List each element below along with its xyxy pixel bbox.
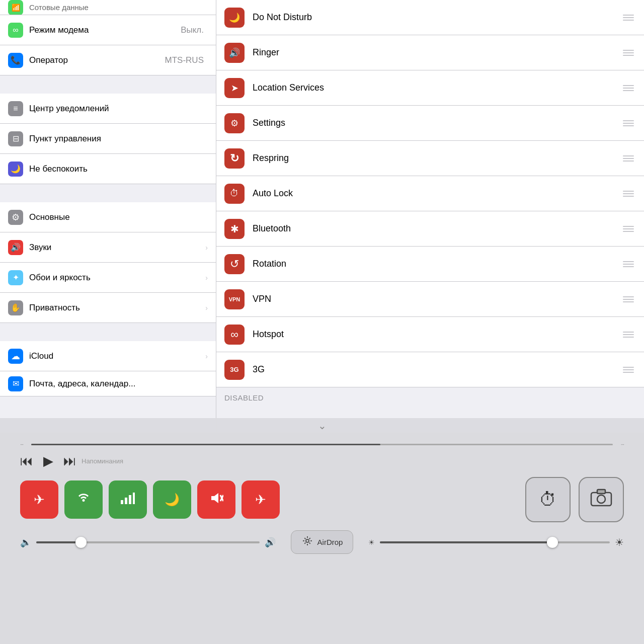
activator-ringer-handle (621, 48, 636, 58)
activator-item-hotspot[interactable]: ∞ Hotspot (216, 317, 644, 352)
partial-cellular: 📶 Сотовые данные (0, 0, 216, 15)
general-icon: ⚙ (8, 210, 23, 225)
quick-buttons: ⏱ (525, 477, 624, 522)
airdrop-icon (301, 535, 313, 549)
wifi-icon (76, 491, 91, 509)
activator-respring-handle (621, 153, 636, 164)
settings-item-notifications[interactable]: ≡ Центр уведомлений (0, 94, 216, 124)
cellular-toggle[interactable] (109, 480, 147, 519)
dnd-moon-icon: 🌙 (165, 493, 180, 507)
settings-item-operator[interactable]: 📞 Оператор MTS-RUS (0, 45, 216, 75)
airdrop-button[interactable]: AirDrop (291, 530, 354, 554)
dnd-label: Не беспокоить (29, 164, 208, 174)
settings-item-mail[interactable]: ✉ Почта, адреса, календар... (0, 371, 216, 396)
wifi-toggle[interactable] (64, 480, 103, 519)
main-area: 📶 Сотовые данные ∞ Режим модема Выкл. 📞 … (0, 0, 644, 433)
settings-item-privacy[interactable]: ✋ Приватность › (0, 293, 216, 323)
general-label: Основные (29, 212, 208, 222)
icloud-icon: ☁ (8, 349, 23, 364)
activator-settings-label: Settings (253, 118, 621, 128)
activator-item-location[interactable]: ➤ Location Services (216, 70, 644, 106)
airplane2-toggle[interactable]: ✈ (242, 480, 280, 519)
sounds-icon: 🔊 (8, 240, 23, 255)
activator-item-bluetooth[interactable]: ✱ Bluetooth (216, 211, 644, 247)
activator-rotation-label: Rotation (253, 259, 621, 269)
activator-autolock-handle (621, 189, 636, 199)
volume-slider-group: 🔈 🔊 (20, 537, 276, 548)
camera-button[interactable] (579, 477, 624, 522)
activator-location-label: Location Services (253, 83, 621, 93)
activator-dnd-label: Do Not Disturb (253, 12, 621, 23)
activator-settings-icon: ⚙ (224, 113, 245, 133)
privacy-arrow: › (205, 304, 208, 312)
notifications-label: Центр уведомлений (29, 104, 208, 114)
activator-location-icon: ➤ (224, 78, 245, 98)
settings-item-modem[interactable]: ∞ Режим модема Выкл. (0, 15, 216, 45)
forward-button[interactable]: ⏭ (63, 453, 76, 469)
svg-point-10 (306, 539, 309, 542)
separator-1 (0, 75, 216, 94)
modem-label: Режим модема (29, 25, 181, 35)
mute-icon (209, 491, 223, 509)
brightness-thumb[interactable] (547, 537, 558, 548)
timer-button[interactable]: ⏱ (525, 477, 571, 522)
activator-bluetooth-icon: ✱ (224, 219, 245, 239)
svg-rect-2 (129, 495, 131, 504)
control-icon: ⊟ (8, 131, 23, 146)
timer-icon: ⏱ (539, 489, 557, 510)
progress-track[interactable] (31, 444, 613, 445)
volume-track[interactable] (36, 541, 260, 543)
activator-autolock-label: Auto Lock (253, 188, 621, 199)
airplane-toggle[interactable]: ✈ (20, 480, 58, 519)
mute-toggle[interactable] (197, 480, 235, 519)
modem-icon: ∞ (8, 23, 23, 38)
disabled-label: DISABLED (216, 388, 272, 407)
operator-icon: 📞 (8, 53, 23, 68)
svg-rect-1 (125, 498, 127, 504)
svg-rect-9 (597, 490, 605, 494)
transport-row: ⏮ ▶ ⏭ Напоминания (0, 451, 644, 473)
settings-item-control[interactable]: ⊟ Пункт управления (0, 124, 216, 154)
settings-item-sounds[interactable]: 🔊 Звуки › (0, 232, 216, 263)
activator-item-vpn[interactable]: VPN VPN (216, 282, 644, 317)
play-button[interactable]: ▶ (43, 453, 53, 469)
activator-item-dnd[interactable]: 🌙 Do Not Disturb (216, 0, 644, 35)
operator-label: Оператор (29, 55, 165, 65)
chevron-bar[interactable]: ⌄ (0, 418, 644, 433)
activator-item-3g[interactable]: 3G 3G (216, 352, 644, 387)
brightness-min-icon: ☀ (368, 538, 375, 546)
activator-respring-icon: ↻ (224, 148, 245, 169)
activator-item-rotation[interactable]: ↺ Rotation (216, 247, 644, 282)
sliders-row: 🔈 🔊 AirDrop ☀ (0, 526, 644, 558)
disabled-section: DISABLED (216, 387, 644, 408)
volume-fill (36, 541, 81, 543)
activator-item-autolock[interactable]: ⏱ Auto Lock (216, 176, 644, 211)
settings-item-icloud[interactable]: ☁ iCloud › (0, 341, 216, 371)
brightness-track[interactable] (380, 541, 610, 543)
progress-fill (31, 444, 380, 445)
settings-item-general[interactable]: ⚙ Основные (0, 202, 216, 232)
activator-ringer-label: Ringer (253, 47, 621, 58)
activator-item-respring[interactable]: ↻ Respring (216, 141, 644, 176)
activator-hotspot-label: Hotspot (253, 329, 621, 340)
privacy-label: Приватность (29, 303, 205, 313)
activator-rotation-icon: ↺ (224, 254, 245, 274)
activator-item-ringer[interactable]: 🔊 Ringer (216, 35, 644, 70)
sounds-arrow: › (205, 244, 208, 252)
settings-item-dnd[interactable]: 🌙 Не беспокоить (0, 154, 216, 184)
privacy-icon: ✋ (8, 300, 23, 315)
activator-3g-icon: 3G (224, 360, 245, 380)
settings-item-wallpaper[interactable]: ✦ Обои и яркость › (0, 263, 216, 293)
toggles-row: ✈ 🌙 (0, 473, 644, 526)
operator-value: MTS-RUS (165, 55, 204, 65)
volume-thumb[interactable] (75, 537, 87, 548)
brightness-max-icon: ☀ (615, 536, 624, 548)
transport-buttons: ⏮ ▶ ⏭ (20, 453, 76, 469)
dnd-toggle[interactable]: 🌙 (153, 480, 191, 519)
rewind-button[interactable]: ⏮ (20, 453, 33, 469)
activator-vpn-label: VPN (253, 294, 621, 304)
activator-bluetooth-handle (621, 224, 636, 234)
activator-item-settings[interactable]: ⚙ Settings (216, 106, 644, 141)
right-panel: 🌙 Do Not Disturb 🔊 Ringer ➤ Location Ser… (216, 0, 644, 433)
activator-3g-label: 3G (253, 364, 621, 375)
